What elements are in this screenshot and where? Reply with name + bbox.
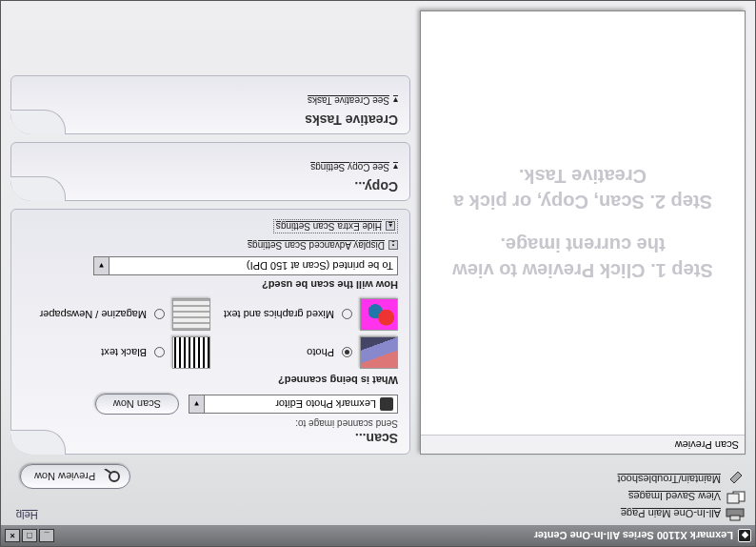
svg-rect-3: [727, 494, 739, 503]
window-title: Lexmark X1100 Series All-In-One Center: [534, 530, 733, 541]
radio-blacktext[interactable]: [154, 348, 165, 358]
svg-line-5: [105, 469, 110, 473]
creative-title: Creative Tasks: [23, 112, 398, 128]
chevron-down-icon: ▼: [189, 395, 205, 413]
scan-preview-pane: Scan Preview Step 1. Click Preview to vi…: [420, 10, 746, 455]
radio-photo[interactable]: [342, 348, 352, 358]
scan-sendto-label: Send scanned image to:: [23, 418, 398, 429]
hide-extra-link[interactable]: ▴ Hide Extra Scan Settings: [273, 219, 398, 233]
scan-preview-msg1: Step 1. Click Preview to view the curren…: [440, 232, 726, 283]
scan-panel: Scan... Send scanned image to: Lexmark P…: [10, 209, 410, 455]
advanced-settings-link[interactable]: ▪ Display Advanced Scan Settings: [248, 240, 398, 251]
scan-now-button[interactable]: Scan Now: [95, 394, 179, 415]
right-column: Scan... Send scanned image to: Lexmark P…: [10, 10, 410, 455]
minimize-button[interactable]: _: [39, 529, 54, 542]
top-area: Help All-In-One Main Page View Saved Ima…: [1, 458, 755, 525]
wrench-icon: [725, 472, 746, 487]
expand-icon: ▪: [388, 241, 398, 251]
advanced-settings-label: Display Advanced Scan Settings: [248, 240, 385, 251]
mixed-thumb-icon: [360, 298, 398, 331]
expand-icon: ▾: [393, 95, 398, 106]
scan-type-options: Photo Black text Mixed graphics and text: [23, 298, 398, 369]
opt-blacktext-label: Black text: [101, 347, 147, 358]
preview-now-button[interactable]: Preview Now: [20, 464, 130, 489]
magnifier-icon: [101, 469, 122, 484]
app-window: ◆ Lexmark X1100 Series All-In-One Center…: [0, 0, 756, 547]
copy-panel: Copy... ▾ See Copy Settings: [10, 142, 410, 201]
close-button[interactable]: ×: [5, 529, 20, 542]
copy-settings-label: See Copy Settings: [310, 162, 389, 172]
title-bar: ◆ Lexmark X1100 Series All-In-One Center…: [1, 525, 755, 546]
panel-corner: [10, 430, 66, 455]
help-link[interactable]: Help: [16, 510, 38, 521]
left-column: Scan Preview Step 1. Click Preview to vi…: [420, 10, 746, 455]
app-icon: ◆: [738, 529, 751, 542]
nav-saved-images[interactable]: View Saved Images: [618, 489, 746, 504]
opt-photo-label: Photo: [307, 347, 334, 358]
opt-mixed[interactable]: Mixed graphics and text: [210, 298, 398, 331]
opt-blacktext[interactable]: Black text: [23, 336, 210, 369]
scan-preview-msg2: Step 2. Scan, Copy, or pick a Creative T…: [440, 163, 726, 214]
opt-newspaper-label: Magazine / Newspaper: [39, 309, 147, 320]
scan-target-value: Lexmark Photo Editor: [275, 398, 376, 410]
svg-rect-1: [730, 516, 740, 520]
printer-icon: [725, 506, 746, 521]
content-row: Scan Preview Step 1. Click Preview to vi…: [1, 1, 755, 458]
scan-preview-body: Step 1. Click Preview to view the curren…: [421, 11, 745, 435]
scan-title: Scan...: [23, 431, 398, 446]
opt-photo[interactable]: Photo: [210, 336, 398, 369]
scan-use-select[interactable]: To be printed (Scan at 150 DPI) ▼: [93, 256, 398, 275]
chevron-down-icon: ▼: [94, 257, 109, 274]
nav-maintain-label: Maintain/Troubleshoot: [618, 474, 721, 485]
creative-tasks-label: See Creative Tasks: [308, 95, 389, 106]
creative-tasks-link[interactable]: ▾ See Creative Tasks: [308, 95, 398, 106]
creative-panel: Creative Tasks ▾ See Creative Tasks: [10, 75, 410, 134]
opt-newspaper[interactable]: Magazine / Newspaper: [23, 298, 210, 331]
hide-extra-label: Hide Extra Scan Settings: [276, 221, 382, 232]
svg-point-4: [109, 472, 119, 481]
collapse-icon: ▴: [386, 222, 395, 232]
preview-now-label: Preview Now: [34, 471, 95, 482]
scan-preview-message: Step 1. Click Preview to view the curren…: [421, 163, 745, 283]
nav-links: All-In-One Main Page View Saved Images M…: [618, 470, 746, 523]
opt-mixed-label: Mixed graphics and text: [224, 309, 334, 320]
panel-corner: [10, 176, 66, 201]
copy-settings-link[interactable]: ▾ See Copy Settings: [310, 162, 398, 172]
photos-icon: [725, 489, 746, 504]
expand-icon: ▾: [393, 162, 398, 172]
radio-mixed[interactable]: [342, 310, 352, 320]
newspaper-thumb-icon: [172, 298, 210, 331]
nav-maintain[interactable]: Maintain/Troubleshoot: [618, 472, 746, 487]
nav-saved-label: View Saved Images: [628, 491, 721, 502]
scan-target-select[interactable]: Lexmark Photo Editor ▼: [189, 395, 398, 414]
what-scanned-label: What is being scanned?: [23, 375, 398, 386]
scan-preview-header: Scan Preview: [421, 435, 745, 454]
nav-main-label: All-In-One Main Page: [621, 508, 721, 519]
maximize-button[interactable]: □: [22, 529, 37, 542]
photo-thumb-icon: [360, 336, 398, 369]
radio-newspaper[interactable]: [154, 310, 165, 320]
blacktext-thumb-icon: [172, 336, 210, 369]
copy-title: Copy...: [23, 179, 398, 194]
scan-use-value: To be printed (Scan at 150 DPI): [247, 260, 393, 272]
panel-corner: [10, 110, 66, 134]
nav-main-page[interactable]: All-In-One Main Page: [618, 506, 746, 521]
how-used-label: How will the scan be used?: [23, 279, 398, 291]
app-target-icon: [380, 397, 393, 411]
